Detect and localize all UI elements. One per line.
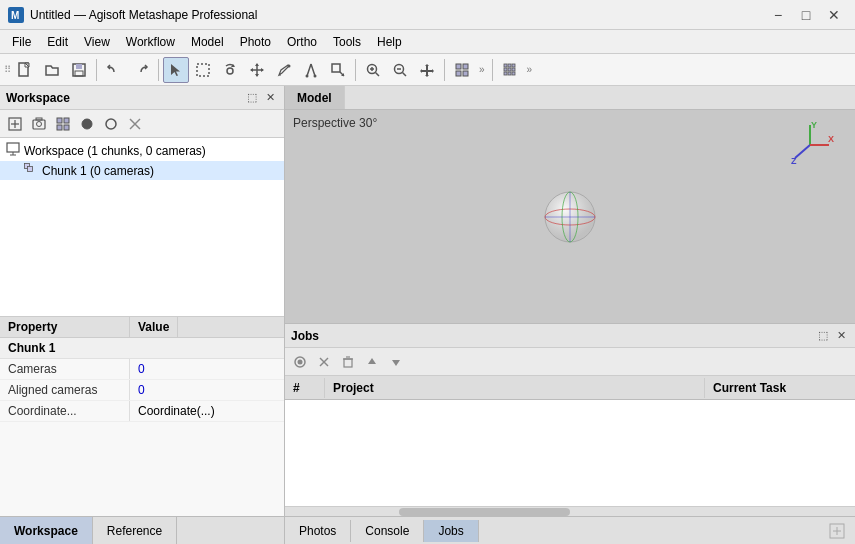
svg-point-53: [106, 119, 116, 129]
main-toolbar: ⠿: [0, 54, 855, 86]
workspace-float-button[interactable]: ⬚: [244, 90, 260, 106]
toolbar-handle: ⠿: [4, 64, 11, 75]
jobs-tab[interactable]: Jobs: [424, 520, 478, 542]
value-column-header: Value: [130, 317, 178, 337]
svg-rect-39: [504, 72, 507, 75]
workspace-header-buttons: ⬚ ✕: [244, 90, 278, 106]
svg-marker-12: [250, 68, 253, 72]
marquee-button[interactable]: [190, 57, 216, 83]
jobs-content: [285, 400, 855, 506]
jobs-delete-button[interactable]: [337, 351, 359, 373]
photos-tab[interactable]: Photos: [285, 520, 351, 542]
jobs-panel-title: Jobs: [291, 329, 319, 343]
jobs-header-buttons: ⬚ ✕: [815, 328, 849, 344]
right-panel: Model Perspective 30° Y Z X: [285, 86, 855, 544]
undo-button[interactable]: [101, 57, 127, 83]
tree-chunk-item[interactable]: Chunk 1 (0 cameras): [0, 161, 284, 180]
workspace-panel-header: Workspace ⬚ ✕: [0, 86, 284, 110]
menu-view[interactable]: View: [76, 30, 118, 53]
ws-circle-fill-button[interactable]: [76, 113, 98, 135]
svg-point-19: [314, 74, 317, 77]
svg-rect-32: [463, 71, 468, 76]
ws-add-photos-button[interactable]: [28, 113, 50, 135]
svg-text:M: M: [11, 10, 19, 21]
model-viewport[interactable]: Perspective 30° Y Z X: [285, 110, 855, 323]
menu-help[interactable]: Help: [369, 30, 410, 53]
toolbar-sep-3: [355, 59, 356, 81]
redo-button[interactable]: [128, 57, 154, 83]
jobs-run-button[interactable]: [289, 351, 311, 373]
title-bar: M Untitled — Agisoft Metashape Professio…: [0, 0, 855, 30]
menu-edit[interactable]: Edit: [39, 30, 76, 53]
minimize-button[interactable]: −: [765, 5, 791, 25]
menu-photo[interactable]: Photo: [232, 30, 279, 53]
svg-line-16: [307, 64, 311, 76]
viewport-perspective-label: Perspective 30°: [293, 116, 377, 130]
properties-row-aligned-cameras: Aligned cameras 0: [0, 380, 284, 401]
viewport-nav-ball[interactable]: [540, 187, 600, 247]
coordinate-property-label: Coordinate...: [0, 401, 130, 421]
close-button[interactable]: ✕: [821, 5, 847, 25]
open-button[interactable]: [39, 57, 65, 83]
menu-model[interactable]: Model: [183, 30, 232, 53]
workspace-tab[interactable]: Workspace: [0, 517, 93, 544]
cameras-property-label: Cameras: [0, 359, 130, 379]
grid-button[interactable]: [449, 57, 475, 83]
main-content: Workspace ⬚ ✕: [0, 86, 855, 544]
zoom-in-button[interactable]: [360, 57, 386, 83]
workspace-tree: Workspace (1 chunks, 0 cameras) Chunk 1 …: [0, 138, 284, 316]
workspace-close-button[interactable]: ✕: [262, 90, 278, 106]
draw-button[interactable]: [271, 57, 297, 83]
jobs-panel-header: Jobs ⬚ ✕: [285, 324, 855, 348]
properties-panel: Property Value Chunk 1 Cameras 0 Aligned…: [0, 316, 284, 516]
svg-rect-30: [463, 64, 468, 69]
jobs-close-button[interactable]: ✕: [833, 328, 849, 344]
svg-rect-47: [36, 118, 42, 120]
ws-remove-button[interactable]: [124, 113, 146, 135]
jobs-move-down-button[interactable]: [385, 351, 407, 373]
svg-point-14: [288, 64, 291, 67]
svg-text:X: X: [828, 134, 834, 144]
jobs-move-up-button[interactable]: [361, 351, 383, 373]
tree-root-item[interactable]: Workspace (1 chunks, 0 cameras): [0, 140, 284, 161]
model-tab-bar: Model: [285, 86, 855, 110]
ws-view-photos-button[interactable]: [52, 113, 74, 135]
toolbar-overflow-indicator[interactable]: »: [476, 64, 488, 75]
right-bottom-tabs: Photos Console Jobs: [285, 516, 855, 544]
svg-marker-13: [261, 68, 264, 72]
maximize-button[interactable]: □: [793, 5, 819, 25]
zoom-out-button[interactable]: [387, 57, 413, 83]
jobs-toolbar: [285, 348, 855, 376]
jobs-scrollbar-thumb[interactable]: [399, 508, 570, 516]
save-button[interactable]: [66, 57, 92, 83]
pan-button[interactable]: [414, 57, 440, 83]
reference-tab[interactable]: Reference: [93, 517, 177, 544]
menu-file[interactable]: File: [4, 30, 39, 53]
ws-add-chunk-button[interactable]: [4, 113, 26, 135]
menu-tools[interactable]: Tools: [325, 30, 369, 53]
extra-grid-button[interactable]: [497, 57, 523, 83]
rotate-button[interactable]: [217, 57, 243, 83]
menu-ortho[interactable]: Ortho: [279, 30, 325, 53]
move-button[interactable]: [244, 57, 270, 83]
svg-marker-11: [255, 74, 259, 77]
jobs-float-button[interactable]: ⬚: [815, 328, 831, 344]
menu-workflow[interactable]: Workflow: [118, 30, 183, 53]
jobs-current-task-column: Current Task: [705, 378, 855, 398]
svg-rect-38: [512, 68, 515, 71]
model-tab[interactable]: Model: [285, 86, 345, 109]
svg-point-46: [37, 121, 42, 126]
console-tab[interactable]: Console: [351, 520, 424, 542]
select-tool-button[interactable]: [163, 57, 189, 83]
cut-button[interactable]: [298, 57, 324, 83]
resize-button[interactable]: [325, 57, 351, 83]
ws-circle-empty-button[interactable]: [100, 113, 122, 135]
svg-rect-8: [197, 64, 209, 76]
jobs-horizontal-scrollbar[interactable]: [285, 506, 855, 516]
toolbar-sep-2: [158, 59, 159, 81]
jobs-stop-button[interactable]: [313, 351, 335, 373]
svg-text:Z: Z: [791, 156, 797, 166]
new-button[interactable]: [12, 57, 38, 83]
app-icon: M: [8, 7, 24, 23]
toolbar-overflow-indicator-2[interactable]: »: [524, 64, 536, 75]
